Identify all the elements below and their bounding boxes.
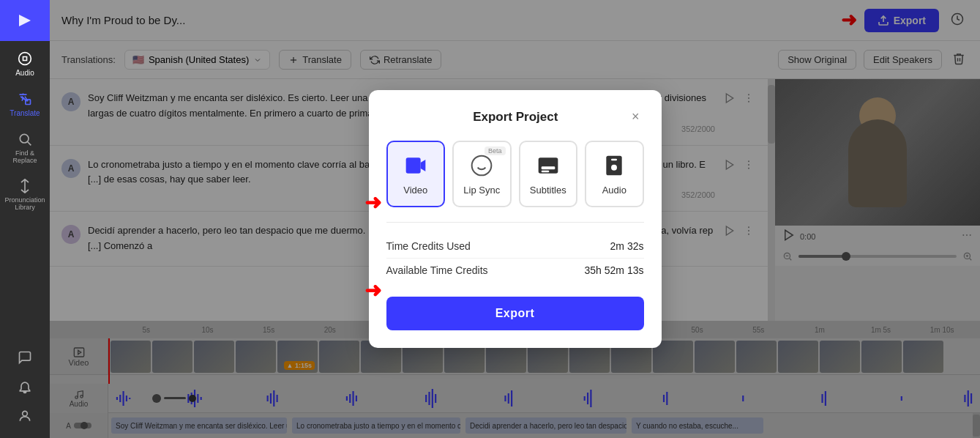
sidebar-item-translate[interactable]: Translate xyxy=(0,84,50,125)
svg-rect-71 xyxy=(541,171,549,173)
video-option-label: Video xyxy=(403,185,427,196)
sidebar-item-find-replace[interactable]: Find &Replace xyxy=(0,125,50,171)
arrow-to-export-modal: ➜ xyxy=(364,278,381,302)
svg-rect-74 xyxy=(611,159,617,161)
export-options: Video Beta Lip Sync xyxy=(386,141,644,207)
export-option-audio[interactable]: Audio xyxy=(585,141,644,207)
video-option-icon xyxy=(403,152,429,179)
sidebar-item-audio-label: Audio xyxy=(15,69,34,77)
sidebar-item-pronunciation-label: PronunciationLibrary xyxy=(4,196,45,211)
svg-point-2 xyxy=(20,134,29,143)
time-credits-label: Time Credits Used xyxy=(386,240,471,252)
sidebar-bottom xyxy=(0,343,50,438)
svg-point-3 xyxy=(23,411,28,416)
modal-export-button[interactable]: Export xyxy=(386,297,644,330)
svg-point-0 xyxy=(19,53,31,65)
sidebar-item-translate-label: Translate xyxy=(10,109,40,117)
subtitles-option-icon xyxy=(535,152,561,179)
svg-rect-70 xyxy=(541,166,555,169)
svg-point-66 xyxy=(472,156,492,176)
available-credits-label: Available Time Credits xyxy=(386,264,488,276)
export-option-lip-sync[interactable]: Beta Lip Sync xyxy=(452,141,512,207)
export-modal: Export Project × Video Beta xyxy=(369,90,662,348)
sidebar-item-pronunciation[interactable]: PronunciationLibrary xyxy=(0,171,50,218)
svg-point-73 xyxy=(611,165,617,171)
time-credits-used-row: Time Credits Used 2m 32s xyxy=(386,234,644,258)
audio-option-icon xyxy=(601,152,627,179)
available-credits-row: Available Time Credits 35h 52m 13s xyxy=(386,258,644,282)
credits-section: Time Credits Used 2m 32s Available Time … xyxy=(386,222,644,282)
export-option-video[interactable]: Video xyxy=(386,141,446,207)
available-credits-value: 35h 52m 13s xyxy=(585,264,644,276)
modal-title: Export Project xyxy=(404,110,627,125)
beta-badge: Beta xyxy=(485,146,506,155)
lip-sync-option-icon xyxy=(468,152,495,179)
time-credits-value: 2m 32s xyxy=(610,240,644,252)
lip-sync-option-label: Lip Sync xyxy=(463,185,500,196)
subtitles-option-label: Subtitles xyxy=(530,185,566,196)
arrow-to-modal: ➜ xyxy=(364,190,381,215)
modal-header: Export Project × xyxy=(386,108,644,126)
svg-rect-65 xyxy=(405,157,420,173)
sidebar-item-comments[interactable] xyxy=(0,343,50,372)
export-option-subtitles[interactable]: Subtitles xyxy=(519,141,578,207)
audio-option-label: Audio xyxy=(602,185,626,196)
sidebar: Audio Translate Find &Replace Pronunciat… xyxy=(0,0,50,438)
main-area: Why I'm Proud to be Dy... ➜ Export Trans… xyxy=(50,0,980,438)
modal-close-button[interactable]: × xyxy=(627,108,644,126)
modal-overlay[interactable]: ➜ ➜ Export Project × xyxy=(50,0,980,438)
sidebar-item-find-replace-label: Find &Replace xyxy=(12,149,37,164)
sidebar-item-audio[interactable]: Audio xyxy=(0,44,50,84)
app-logo[interactable] xyxy=(0,0,50,41)
sidebar-item-feedback[interactable] xyxy=(0,372,50,401)
sidebar-item-account[interactable] xyxy=(0,401,50,431)
